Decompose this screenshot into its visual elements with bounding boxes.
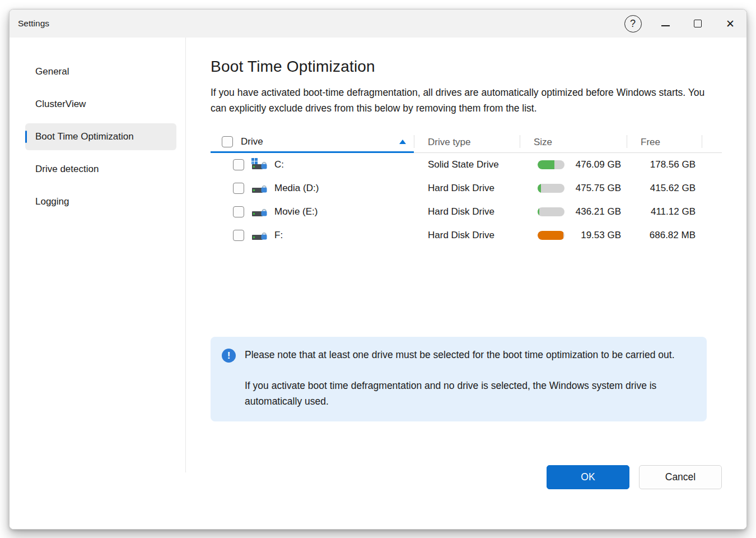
- column-label-drive-type: Drive type: [428, 137, 471, 148]
- drive-size: 475.75 GB: [576, 183, 627, 194]
- help-button[interactable]: ?: [617, 10, 649, 38]
- sidebar-item-label: ClusterView: [35, 99, 86, 110]
- sidebar-item-drive-detection[interactable]: Drive detection: [25, 156, 176, 183]
- drive-free: 686.82 MB: [627, 224, 702, 247]
- drive-size: 476.09 GB: [576, 159, 627, 170]
- info-note: ! Please note that at least one drive mu…: [211, 337, 707, 421]
- table-row[interactable]: C: Solid State Drive 476.09 GB 178.56 GB: [211, 153, 722, 177]
- column-label-drive: Drive: [241, 136, 263, 147]
- drive-free: 415.62 GB: [627, 177, 702, 200]
- capacity-bar: [538, 184, 564, 193]
- column-header-spacer: [702, 132, 722, 153]
- note-paragraph-2: If you activate boot time defragmentatio…: [245, 378, 693, 409]
- drive-name: Media (D:): [274, 183, 319, 194]
- drive-icon: [251, 205, 267, 219]
- close-icon: ✕: [726, 18, 735, 29]
- sidebar-item-label: Drive detection: [35, 164, 99, 175]
- drive-free: 411.12 GB: [627, 200, 702, 224]
- capacity-bar: [538, 207, 564, 216]
- sidebar-item-boot-time-optimization[interactable]: Boot Time Optimization: [25, 123, 176, 150]
- table-row[interactable]: F: Hard Disk Drive 19.53 GB 686.82 MB: [211, 224, 722, 247]
- column-label-free: Free: [641, 137, 660, 148]
- column-header-drive-type[interactable]: Drive type: [414, 132, 520, 153]
- settings-window: Settings ? ✕ General C: [9, 9, 747, 530]
- maximize-icon: [694, 20, 702, 27]
- sidebar-item-logging[interactable]: Logging: [25, 188, 176, 215]
- drive-type: Solid State Drive: [414, 153, 520, 177]
- sidebar-divider: [185, 38, 186, 472]
- row-checkbox[interactable]: [233, 206, 244, 217]
- window-title: Settings: [18, 18, 49, 29]
- ok-button[interactable]: OK: [547, 465, 629, 489]
- row-checkbox[interactable]: [233, 183, 244, 194]
- sidebar-item-label: Logging: [35, 196, 69, 207]
- drive-type: Hard Disk Drive: [414, 224, 520, 247]
- column-header-drive[interactable]: Drive: [211, 132, 414, 153]
- minimize-icon: [661, 25, 670, 26]
- sort-ascending-icon: [399, 140, 406, 144]
- drive-name: C:: [274, 159, 284, 170]
- drive-name: F:: [274, 230, 283, 241]
- maximize-button[interactable]: [682, 10, 714, 38]
- column-header-size[interactable]: Size: [520, 132, 627, 153]
- note-paragraph-1: Please note that at least one drive must…: [245, 347, 693, 363]
- drive-size: 19.53 GB: [581, 230, 627, 241]
- sidebar-item-label: General: [35, 66, 69, 77]
- drive-free: 178.56 GB: [627, 153, 702, 177]
- capacity-bar: [538, 160, 564, 169]
- close-button[interactable]: ✕: [714, 10, 746, 38]
- main-content: Boot Time Optimization If you have activ…: [185, 38, 746, 529]
- titlebar-controls: ? ✕: [617, 10, 746, 38]
- drive-name: Movie (E:): [274, 206, 318, 217]
- select-all-checkbox[interactable]: [222, 136, 233, 147]
- help-icon: ?: [624, 15, 642, 33]
- info-icon: !: [222, 349, 236, 363]
- row-checkbox[interactable]: [233, 230, 244, 241]
- sidebar-item-general[interactable]: General: [25, 58, 176, 85]
- column-label-size: Size: [534, 137, 552, 148]
- system-drive-icon: [251, 158, 267, 171]
- drives-table: Drive Drive type Size Free: [211, 132, 722, 247]
- titlebar: Settings ? ✕: [10, 10, 746, 38]
- drive-icon: [251, 229, 267, 242]
- cancel-button[interactable]: Cancel: [639, 465, 722, 489]
- page-description: If you have activated boot-time defragme…: [211, 85, 715, 116]
- sidebar-item-label: Boot Time Optimization: [35, 131, 134, 142]
- minimize-button[interactable]: [649, 10, 682, 38]
- table-header: Drive Drive type Size Free: [211, 132, 722, 153]
- column-header-free[interactable]: Free: [627, 132, 702, 153]
- page-title: Boot Time Optimization: [211, 58, 722, 76]
- drive-size: 436.21 GB: [576, 206, 627, 217]
- table-row[interactable]: Media (D:) Hard Disk Drive 475.75 GB 415…: [211, 177, 722, 200]
- footer-buttons: OK Cancel: [211, 465, 722, 489]
- capacity-bar: [538, 231, 564, 240]
- drive-type: Hard Disk Drive: [414, 200, 520, 224]
- drive-type: Hard Disk Drive: [414, 177, 520, 200]
- drive-icon: [251, 182, 267, 195]
- selected-accent-bar: [25, 131, 27, 143]
- row-checkbox[interactable]: [233, 159, 244, 170]
- sidebar-item-clusterview[interactable]: ClusterView: [25, 91, 176, 118]
- table-row[interactable]: Movie (E:) Hard Disk Drive 436.21 GB 411…: [211, 200, 722, 224]
- sidebar: General ClusterView Boot Time Optimizati…: [10, 38, 185, 529]
